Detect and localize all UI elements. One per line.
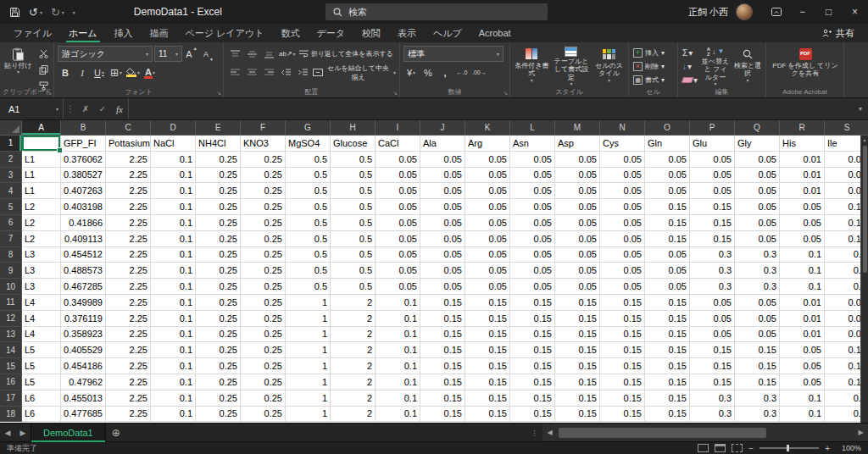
cell-I12[interactable]: 0.1 (376, 311, 420, 327)
column-header-Q[interactable]: Q (735, 120, 780, 136)
cell-R16[interactable]: 0.05 (780, 374, 825, 390)
cell-C8[interactable]: 2.25 (106, 247, 151, 263)
cell-M10[interactable]: 0.05 (555, 279, 600, 295)
cell-E3[interactable]: 0.25 (196, 168, 241, 184)
previous-sheet-button[interactable]: ◀ (0, 429, 15, 437)
cell-P3[interactable]: 0.05 (690, 168, 735, 184)
cell-B14[interactable]: 0.405529 (61, 342, 106, 358)
cell-C6[interactable]: 2.25 (106, 215, 151, 231)
cell-K18[interactable]: 0.15 (465, 407, 510, 423)
cell-R5[interactable]: 0.05 (780, 199, 825, 215)
cell-R10[interactable]: 0.1 (780, 279, 825, 295)
cell-F10[interactable]: 0.25 (241, 279, 286, 295)
name-box[interactable]: A1 ▾ (0, 98, 63, 119)
scroll-left-button[interactable]: ◀ (542, 424, 557, 441)
save-button[interactable] (5, 1, 25, 23)
cell-D14[interactable]: 0.1 (151, 342, 196, 358)
cell-P9[interactable]: 0.3 (690, 263, 735, 279)
cell-B15[interactable]: 0.454186 (61, 358, 106, 374)
column-header-M[interactable]: M (555, 120, 600, 136)
cell-Q16[interactable]: 0.15 (735, 374, 780, 390)
cell-H7[interactable]: 0.5 (331, 231, 376, 247)
cell-J12[interactable]: 0.15 (420, 311, 465, 327)
cell-H15[interactable]: 2 (331, 358, 376, 374)
cell-M4[interactable]: 0.05 (555, 183, 600, 199)
new-sheet-button[interactable]: ⊕ (106, 427, 126, 439)
cell-K8[interactable]: 0.05 (465, 247, 510, 263)
select-all-corner[interactable] (0, 120, 22, 136)
cell-D4[interactable]: 0.1 (151, 183, 196, 199)
row-header-10[interactable]: 10 (0, 279, 22, 295)
column-header-E[interactable]: E (196, 120, 241, 136)
cell-E11[interactable]: 0.25 (196, 295, 241, 311)
cell-J11[interactable]: 0.15 (420, 295, 465, 311)
cell-B2[interactable]: 0.376062 (61, 152, 106, 168)
cell-D17[interactable]: 0.1 (151, 390, 196, 407)
cell-I13[interactable]: 0.1 (376, 327, 420, 343)
cell-O1[interactable]: Gln (645, 136, 690, 152)
cell-F8[interactable]: 0.25 (241, 247, 286, 263)
cell-R4[interactable]: 0.01 (780, 183, 825, 199)
cell-L16[interactable]: 0.15 (510, 374, 555, 390)
cell-A3[interactable]: L1 (22, 168, 61, 184)
cell-K13[interactable]: 0.15 (465, 327, 510, 343)
cell-J5[interactable]: 0.05 (420, 199, 465, 215)
cell-N6[interactable]: 0.05 (600, 215, 645, 231)
cell-O16[interactable]: 0.15 (645, 374, 690, 390)
cell-N16[interactable]: 0.15 (600, 374, 645, 390)
cell-J14[interactable]: 0.15 (420, 342, 465, 358)
font-name-select[interactable]: 游ゴシック ▾ (58, 46, 153, 62)
cell-C14[interactable]: 2.25 (106, 342, 151, 358)
cell-M12[interactable]: 0.15 (555, 311, 600, 327)
dialog-launcher-icon[interactable]: ↘ (47, 89, 52, 97)
row-header-4[interactable]: 4 (0, 183, 22, 199)
cell-N11[interactable]: 0.15 (600, 295, 645, 311)
expand-formula-bar-button[interactable]: ▼ (853, 98, 868, 119)
delete-cells-button[interactable]: × 削除 ▾ (632, 59, 665, 73)
share-button[interactable]: 共有 (815, 24, 861, 42)
cell-O14[interactable]: 0.15 (645, 342, 690, 358)
cell-J13[interactable]: 0.15 (420, 327, 465, 343)
cell-B12[interactable]: 0.376119 (61, 311, 106, 327)
insert-cells-button[interactable]: + 挿入 ▾ (632, 46, 665, 59)
row-header-13[interactable]: 13 (0, 327, 22, 343)
row-header-7[interactable]: 7 (0, 231, 22, 247)
cell-F17[interactable]: 0.25 (241, 390, 286, 407)
tab-help[interactable]: ヘルプ (425, 24, 470, 42)
format-cells-button[interactable]: ▦ 書式 ▾ (632, 73, 665, 86)
cell-K10[interactable]: 0.05 (465, 279, 510, 295)
cell-B10[interactable]: 0.467285 (61, 279, 106, 295)
cell-F14[interactable]: 0.25 (241, 342, 286, 358)
cell-B7[interactable]: 0.409113 (61, 231, 106, 247)
cell-D15[interactable]: 0.1 (151, 358, 196, 374)
decrease-decimal-button[interactable]: .00→ (471, 64, 487, 80)
sheet-tab-active[interactable]: DemoData1 (31, 424, 106, 442)
cell-C9[interactable]: 2.25 (106, 263, 151, 279)
cell-P17[interactable]: 0.3 (690, 390, 735, 407)
cell-I9[interactable]: 0.05 (376, 263, 420, 279)
cell-A11[interactable]: L4 (22, 295, 61, 311)
cell-B18[interactable]: 0.477685 (61, 407, 106, 423)
cell-K9[interactable]: 0.05 (465, 263, 510, 279)
cell-L2[interactable]: 0.05 (510, 152, 555, 168)
cell-G14[interactable]: 1 (286, 342, 331, 358)
cell-N4[interactable]: 0.05 (600, 183, 645, 199)
cell-G6[interactable]: 0.5 (286, 215, 331, 231)
cell-D10[interactable]: 0.1 (151, 279, 196, 295)
cell-F9[interactable]: 0.25 (241, 263, 286, 279)
search-input[interactable]: 検索 (326, 3, 548, 20)
cell-L15[interactable]: 0.15 (510, 358, 555, 374)
cell-L13[interactable]: 0.15 (510, 327, 555, 343)
cell-K15[interactable]: 0.15 (465, 358, 510, 374)
cell-G5[interactable]: 0.5 (286, 199, 331, 215)
cell-J8[interactable]: 0.05 (420, 247, 465, 263)
cell-H13[interactable]: 2 (331, 327, 376, 343)
cell-A1[interactable] (22, 136, 61, 152)
cell-M16[interactable]: 0.15 (555, 374, 600, 390)
cell-N13[interactable]: 0.15 (600, 327, 645, 343)
underline-button[interactable]: U▾ (92, 64, 107, 80)
cell-E18[interactable]: 0.25 (196, 407, 241, 423)
scroll-right-button[interactable]: ▶ (854, 424, 868, 441)
customize-quick-access-button[interactable]: ▾ (69, 1, 80, 23)
maximize-button[interactable]: □ (815, 0, 842, 24)
